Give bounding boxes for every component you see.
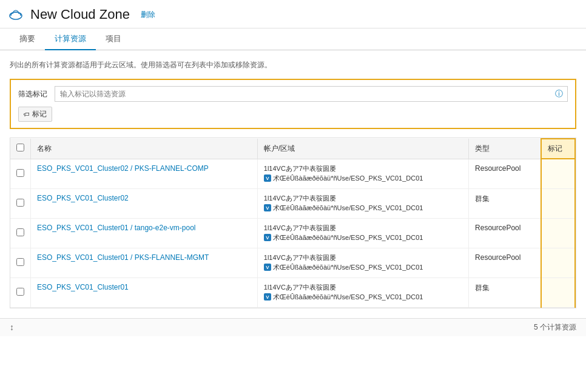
row-type-cell: 群集	[469, 277, 541, 307]
row-account-cell: 1l14VCあア7中表䯃圆屡 V 术ŒëÛßàãæðëõàü*ñUse/ESO_…	[257, 248, 468, 277]
row-tags-cell	[541, 218, 576, 248]
row-type-cell: 群集	[469, 188, 541, 218]
row-account-cell: 1l14VCあア7中表䯃圆屡 V 术ŒëÛßàãæðëõàü*ñUse/ESO_…	[257, 277, 468, 307]
svg-text:V: V	[266, 205, 269, 211]
row-tags-cell	[541, 248, 576, 277]
vsphere-icon: V	[264, 204, 271, 213]
row-type-cell: ResourcePool	[469, 218, 541, 248]
page-description: 列出的所有计算资源都适用于此云区域。使用筛选器可在列表中添加或移除资源。	[10, 60, 576, 70]
filter-input[interactable]	[55, 86, 568, 102]
compute-resources-table: 名称 帐户/区域 类型 标记 ESO_PKS_VC01_Cluster02 / …	[10, 138, 576, 308]
filter-area: 筛选标记 ⓘ 🏷 标记	[10, 79, 576, 129]
filter-row: 筛选标记 ⓘ	[18, 86, 568, 102]
filter-input-wrap: ⓘ	[55, 86, 568, 102]
row-name-cell: ESO_PKS_VC01_Cluster02	[31, 188, 258, 218]
tab-bar: 摘要 计算资源 项目	[0, 28, 586, 50]
page-title-group: New Cloud Zone	[7, 6, 130, 23]
svg-text:V: V	[266, 265, 269, 270]
row-checkbox-cell	[10, 277, 31, 307]
main-content: 列出的所有计算资源都适用于此云区域。使用筛选器可在列表中添加或移除资源。 筛选标…	[0, 50, 586, 318]
row-checkbox-cell	[10, 218, 31, 248]
svg-text:V: V	[266, 176, 269, 181]
delete-button[interactable]: 删除	[138, 8, 158, 21]
row-name-cell: ESO_PKS_VC01_Cluster01 / tango-e2e-vm-po…	[31, 218, 258, 248]
select-all-checkbox[interactable]	[16, 144, 24, 151]
row-checkbox-3[interactable]	[16, 258, 24, 266]
row-tags-cell	[541, 159, 576, 188]
resource-count: 5 个计算资源	[534, 322, 576, 333]
row-checkbox-4[interactable]	[16, 288, 24, 296]
tag-icon: 🏷	[24, 111, 30, 118]
table-row: ESO_PKS_VC01_Cluster01 / PKS-FLANNEL-MGM…	[10, 248, 575, 277]
row-checkbox-0[interactable]	[16, 169, 24, 177]
table-row: ESO_PKS_VC01_Cluster01 / tango-e2e-vm-po…	[10, 218, 575, 248]
filter-tag-row: 🏷 标记	[18, 107, 568, 122]
tab-summary[interactable]: 摘要	[10, 28, 45, 50]
row-name-cell: ESO_PKS_VC01_Cluster01 / PKS-FLANNEL-MGM…	[31, 248, 258, 277]
row-checkbox-1[interactable]	[16, 199, 24, 207]
resize-icon: ↕	[10, 322, 14, 332]
row-tags-cell	[541, 277, 576, 307]
page-title-text: New Cloud Zone	[30, 7, 130, 22]
row-checkbox-cell	[10, 248, 31, 277]
tag-filter-button[interactable]: 🏷 标记	[18, 107, 52, 122]
col-header-name: 名称	[31, 139, 258, 159]
col-header-type: 类型	[469, 139, 541, 159]
table-row: ESO_PKS_VC01_Cluster02 / PKS-FLANNEL-COM…	[10, 159, 575, 188]
vsphere-icon: V	[264, 174, 271, 184]
tab-compute[interactable]: 计算资源	[45, 28, 96, 50]
vsphere-icon: V	[264, 264, 271, 273]
vsphere-icon: V	[264, 293, 271, 302]
col-header-tags: 标记	[541, 139, 576, 159]
row-type-cell: ResourcePool	[469, 159, 541, 188]
info-icon: ⓘ	[555, 88, 563, 99]
col-header-checkbox	[10, 139, 31, 159]
col-header-account: 帐户/区域	[257, 139, 468, 159]
row-type-cell: ResourcePool	[469, 248, 541, 277]
row-checkbox-cell	[10, 159, 31, 188]
cloud-zone-icon	[7, 6, 24, 23]
row-name-cell: ESO_PKS_VC01_Cluster01	[31, 277, 258, 307]
table-row: ESO_PKS_VC01_Cluster02 1l14VCあア7中表䯃圆屡 V …	[10, 188, 575, 218]
tab-projects[interactable]: 项目	[96, 28, 131, 50]
row-name-cell: ESO_PKS_VC01_Cluster02 / PKS-FLANNEL-COM…	[31, 159, 258, 188]
vsphere-icon: V	[264, 234, 271, 243]
row-account-cell: 1l14VCあア7中表䯃圆屡 V 术ŒëÛßàãæðëõàü*ñUse/ESO_…	[257, 159, 468, 188]
bottom-bar: ↕ 5 个计算资源	[0, 318, 586, 336]
row-checkbox-2[interactable]	[16, 228, 24, 236]
table-row: ESO_PKS_VC01_Cluster01 1l14VCあア7中表䯃圆屡 V …	[10, 277, 575, 307]
row-checkbox-cell	[10, 188, 31, 218]
svg-text:V: V	[266, 294, 269, 300]
row-tags-cell	[541, 188, 576, 218]
row-account-cell: 1l14VCあア7中表䯃圆屡 V 术ŒëÛßàãæðëõàü*ñUse/ESO_…	[257, 218, 468, 248]
filter-label: 筛选标记	[18, 89, 49, 99]
row-account-cell: 1l14VCあア7中表䯃圆屡 V 术ŒëÛßàãæðëõàü*ñUse/ESO_…	[257, 188, 468, 218]
tag-filter-label: 标记	[32, 109, 47, 119]
svg-text:V: V	[266, 235, 269, 241]
page-header: New Cloud Zone 删除	[0, 0, 586, 28]
